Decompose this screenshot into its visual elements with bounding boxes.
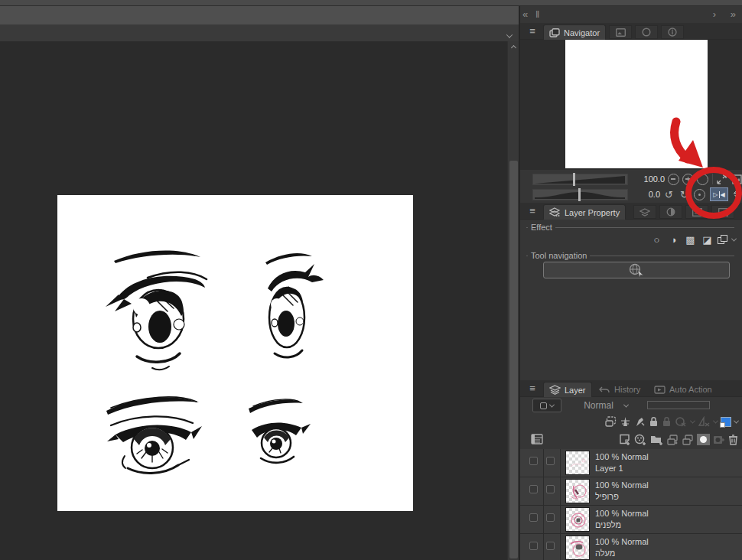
layer-opacity-bar[interactable] bbox=[647, 401, 710, 409]
layer-color-effect-icon[interactable] bbox=[718, 235, 728, 245]
fit-to-navigator-button[interactable] bbox=[697, 174, 708, 185]
merge-with-lower-layer-icon[interactable] bbox=[682, 435, 694, 445]
halftone-effect-icon[interactable]: ▩ bbox=[684, 234, 697, 246]
layer-checkbox-a[interactable] bbox=[529, 513, 538, 522]
ruler-range-icon[interactable] bbox=[698, 416, 711, 427]
zoom-in-button[interactable] bbox=[682, 174, 694, 185]
lock-transparent-pixels-icon[interactable] bbox=[662, 416, 672, 427]
layer-palette-options-icon[interactable] bbox=[531, 434, 543, 446]
canvas-vertical-scrollbar[interactable] bbox=[507, 41, 519, 560]
zoom-slider-thumb[interactable] bbox=[573, 173, 575, 186]
clip-to-layer-below-icon[interactable] bbox=[605, 416, 617, 427]
new-raster-layer-icon[interactable] bbox=[619, 434, 631, 445]
tool-navigation-button[interactable] bbox=[543, 262, 730, 278]
lock-layer-icon[interactable] bbox=[649, 416, 659, 427]
ruler-chevron-icon[interactable] bbox=[713, 418, 718, 423]
rotate-cw-icon[interactable]: ↻ bbox=[678, 188, 691, 201]
chevron-down-icon[interactable] bbox=[507, 31, 512, 40]
layer-property-tabbar: ≡ Layer Property bbox=[520, 203, 742, 220]
layer-row[interactable]: 100 % Normal Layer 1 bbox=[520, 449, 742, 477]
quick-access-icon bbox=[642, 28, 651, 37]
flip-horizontal-button[interactable]: ▷ ◀ bbox=[710, 187, 728, 201]
tone-effect-icon[interactable]: ◑ bbox=[667, 234, 680, 246]
effect-more-chevron-icon[interactable] bbox=[731, 236, 737, 242]
scroll-up-button[interactable] bbox=[508, 41, 519, 54]
navigator-tabbar: ≡ Navigator bbox=[520, 23, 742, 40]
tab-sub-view[interactable] bbox=[609, 25, 632, 39]
layer-checkbox-b[interactable] bbox=[546, 457, 555, 465]
transfer-to-lower-layer-icon[interactable] bbox=[667, 435, 679, 445]
layer-checkbox-a[interactable] bbox=[529, 485, 538, 493]
rotate-ccw-icon[interactable]: ↺ bbox=[662, 188, 675, 201]
dock-next-icon[interactable]: › bbox=[713, 8, 716, 20]
tab-information[interactable] bbox=[661, 25, 684, 39]
dock-grip-icon[interactable]: ‖ bbox=[535, 8, 539, 20]
layer-panel-tabbar: ≡ Layer History Auto Action bbox=[520, 380, 742, 397]
layer-row[interactable]: 100 % Normal פרופיל bbox=[520, 477, 742, 506]
tool-property-strip bbox=[0, 25, 519, 41]
layer-thumbnail[interactable] bbox=[565, 507, 590, 532]
panel-menu-icon[interactable]: ≡ bbox=[526, 206, 539, 217]
layer-checkbox-a[interactable] bbox=[529, 542, 538, 550]
border-effect-icon[interactable]: ○ bbox=[650, 234, 663, 246]
tab-effect-circle[interactable] bbox=[711, 205, 734, 219]
layer-thumbnail[interactable] bbox=[565, 536, 590, 560]
create-layer-mask-icon[interactable] bbox=[697, 434, 710, 445]
mask-chevron-icon[interactable] bbox=[690, 418, 695, 423]
navigator-rotate-row: 0.0 ↺ ↻ ▷ ◀ bbox=[520, 187, 742, 202]
layer-checkbox-b[interactable] bbox=[546, 513, 555, 522]
layer-combine-dropdown[interactable] bbox=[532, 399, 561, 412]
panel-menu-icon[interactable]: ≡ bbox=[526, 383, 539, 394]
tab-history[interactable]: History bbox=[594, 382, 646, 397]
apply-mask-icon[interactable] bbox=[713, 435, 725, 445]
blend-mode-dropdown[interactable]: Normal bbox=[566, 399, 646, 412]
navigator-preview[interactable] bbox=[520, 40, 742, 170]
zoom-out-button[interactable] bbox=[668, 174, 679, 185]
layer-checkbox-b[interactable] bbox=[546, 542, 555, 550]
tab-layer-property[interactable]: Layer Property bbox=[543, 204, 626, 220]
rotate-slider-thumb[interactable] bbox=[578, 188, 581, 201]
info-icon bbox=[668, 28, 677, 37]
layer-color-chevron-icon[interactable] bbox=[734, 418, 739, 423]
reset-rotation-button[interactable] bbox=[694, 189, 705, 200]
rotate-slider[interactable] bbox=[532, 189, 628, 200]
extract-line-effect-icon[interactable]: ◪ bbox=[701, 234, 714, 246]
layer-info: 100 % Normal bbox=[595, 480, 649, 490]
fit-to-screen-icon[interactable] bbox=[715, 173, 728, 186]
draft-layer-icon[interactable] bbox=[634, 416, 646, 427]
canvas-area[interactable] bbox=[0, 41, 507, 560]
dock-collapse-icon[interactable]: « bbox=[522, 8, 528, 20]
flip-vertical-button[interactable] bbox=[731, 188, 742, 201]
tab-auto-action[interactable]: Auto Action bbox=[649, 382, 718, 397]
enable-mask-icon[interactable] bbox=[675, 416, 688, 427]
layer-thumbnail[interactable] bbox=[565, 451, 590, 475]
tab-layer[interactable]: Layer bbox=[543, 382, 592, 397]
tab-tone[interactable] bbox=[659, 205, 682, 219]
tab-stack-tool[interactable] bbox=[633, 205, 656, 219]
new-folder-icon[interactable] bbox=[650, 434, 664, 445]
layer-toolbar-row-2 bbox=[619, 434, 738, 445]
panel-menu-icon[interactable]: ≡ bbox=[526, 26, 539, 37]
layer-color-swatch-icon[interactable] bbox=[721, 417, 731, 427]
tab-history-label: History bbox=[614, 385, 640, 394]
delete-layer-icon[interactable] bbox=[728, 434, 738, 445]
layer-name: מעלה bbox=[595, 549, 615, 558]
new-layer-dialog-icon[interactable] bbox=[634, 434, 647, 445]
scrollbar-thumb[interactable] bbox=[509, 161, 518, 558]
actual-size-icon[interactable] bbox=[731, 173, 742, 186]
auto-action-tab-icon bbox=[654, 385, 666, 394]
layer-row[interactable]: 100 % Normal מעלה bbox=[520, 534, 742, 560]
tab-quick-access[interactable] bbox=[635, 25, 658, 39]
layer-thumbnail[interactable] bbox=[565, 479, 590, 503]
tab-navigator[interactable]: Navigator bbox=[543, 24, 606, 40]
layer-row[interactable]: 100 % Normal מלפנים bbox=[520, 506, 742, 534]
artboard-canvas[interactable] bbox=[57, 195, 413, 511]
dock-next-all-icon[interactable]: » bbox=[731, 8, 736, 20]
layer-checkbox-b[interactable] bbox=[546, 485, 555, 493]
zoom-slider[interactable] bbox=[532, 174, 628, 185]
reference-layer-icon[interactable] bbox=[620, 416, 631, 427]
tab-effect-lines[interactable] bbox=[685, 205, 708, 219]
layer-checkbox-a[interactable] bbox=[529, 457, 538, 465]
flip-right-triangle-icon: ▷ bbox=[713, 191, 718, 198]
navigator-canvas-thumbnail[interactable] bbox=[565, 40, 708, 168]
